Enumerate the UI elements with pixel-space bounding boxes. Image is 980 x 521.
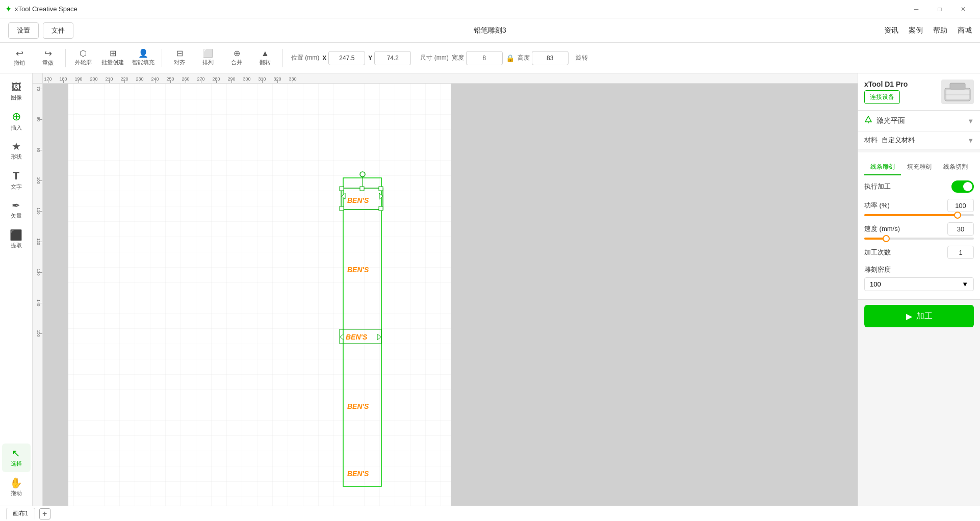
- width-input[interactable]: [466, 51, 503, 65]
- align-button[interactable]: ⊟ 对齐: [166, 45, 193, 71]
- sidebar-item-image[interactable]: 🖼 图像: [2, 77, 31, 106]
- laser-plane-section[interactable]: 激光平面 ▼: [858, 111, 980, 132]
- power-slider-track[interactable]: [864, 214, 974, 216]
- menu-bar: 设置 文件 铅笔雕刻3 资讯 案例 帮助 商城: [0, 18, 980, 43]
- extract-icon: ⬛: [10, 230, 22, 240]
- minimize-button[interactable]: ─: [905, 0, 928, 18]
- sidebar-item-text[interactable]: T 文字: [2, 166, 31, 195]
- smart-fill-button[interactable]: 👤 智能填充: [129, 45, 158, 71]
- position-controls: 位置 (mm) X Y 尺寸 (mm) 宽度 🔒 高度 旋转: [291, 51, 588, 65]
- shapes-icon: ★: [12, 141, 21, 151]
- canvas-content[interactable]: BEN'S BEN'S BEN'S BEN'S BEN'S: [43, 84, 858, 506]
- execute-toggle[interactable]: [951, 180, 974, 193]
- top-nav: 资讯 案例 帮助 商城: [884, 26, 972, 35]
- settings-button[interactable]: 设置: [8, 22, 39, 39]
- merge-button[interactable]: ⊕ 合并: [223, 45, 250, 71]
- nav-help[interactable]: 帮助: [933, 26, 947, 35]
- nav-news[interactable]: 资讯: [884, 26, 898, 35]
- power-row: 功率 (%): [864, 199, 974, 216]
- page-title: 铅笔雕刻3: [474, 26, 506, 35]
- x-axis-label: X: [322, 55, 326, 62]
- speed-slider-track[interactable]: [864, 238, 974, 240]
- handle-tl[interactable]: [340, 187, 344, 191]
- connect-device-button[interactable]: 连接设备: [864, 90, 900, 104]
- position-label: 位置 (mm): [291, 54, 319, 62]
- speed-row: 速度 (mm/s): [864, 222, 974, 240]
- x-input[interactable]: [328, 51, 365, 65]
- handle-tm[interactable]: [360, 187, 364, 191]
- horizontal-ruler: 1701801902002102202302402502602702802903…: [43, 73, 858, 84]
- arrange-button[interactable]: ⬜ 排列: [195, 45, 221, 71]
- nav-cases[interactable]: 案例: [909, 26, 923, 35]
- flip-icon: ▲: [261, 49, 269, 58]
- text-item-1[interactable]: BEN'S: [347, 196, 369, 204]
- text-item-3[interactable]: BEN'S: [346, 333, 368, 341]
- ruler-corner: [33, 73, 43, 84]
- sidebar-item-drag[interactable]: ✋ 拖动: [2, 473, 31, 502]
- laser-plane-label: 激光平面: [876, 116, 963, 125]
- redo-button[interactable]: ↪ 重做: [35, 45, 61, 71]
- process-play-icon: ▶: [906, 311, 912, 321]
- handle-tr[interactable]: [379, 187, 383, 191]
- y-input[interactable]: [374, 51, 411, 65]
- sidebar-item-select[interactable]: ↖ 选择: [2, 444, 31, 472]
- power-input[interactable]: [947, 199, 974, 212]
- outline-button[interactable]: ⬡ 外轮廓: [70, 45, 96, 71]
- speed-slider-thumb[interactable]: [883, 235, 890, 242]
- nav-store[interactable]: 商城: [958, 26, 972, 35]
- vector-label: 矢量: [11, 212, 22, 220]
- undo-button[interactable]: ↩ 撤销: [6, 45, 33, 71]
- width-label: 宽度: [452, 54, 464, 62]
- height-input[interactable]: [532, 51, 569, 65]
- power-slider-thumb[interactable]: [954, 212, 961, 219]
- material-arrow[interactable]: ▼: [967, 137, 974, 144]
- size-label: 尺寸 (mm): [420, 54, 448, 62]
- text-item-2[interactable]: BEN'S: [347, 266, 369, 274]
- flip-button[interactable]: ▲ 翻转: [252, 45, 278, 71]
- process-button[interactable]: ▶ 加工: [864, 305, 974, 327]
- laser-plane-icon: [864, 116, 872, 126]
- close-button[interactable]: ✕: [951, 0, 975, 18]
- toolbar-divider-2: [162, 49, 162, 67]
- batch-create-button[interactable]: ⊞ 批量创建: [98, 45, 127, 71]
- sidebar-item-shapes[interactable]: ★ 形状: [2, 137, 31, 165]
- svg-rect-2: [950, 83, 965, 89]
- add-canvas-button[interactable]: +: [39, 508, 50, 519]
- speed-input[interactable]: [947, 222, 974, 236]
- count-input[interactable]: [947, 246, 974, 259]
- text-item-5[interactable]: BEN'S: [347, 470, 369, 478]
- file-button[interactable]: 文件: [43, 22, 73, 39]
- toolbar-divider-3: [282, 49, 283, 67]
- tab-fill-engrave[interactable]: 填充雕刻: [901, 160, 938, 175]
- right-panel: xTool D1 Pro 连接设备 激光平面 ▼: [858, 73, 980, 506]
- canvas-area[interactable]: 1701801902002102202302402502602702802903…: [33, 73, 858, 506]
- density-arrow: ▼: [962, 280, 968, 288]
- density-dropdown[interactable]: 100 ▼: [864, 277, 974, 291]
- speed-label: 速度 (mm/s): [864, 224, 900, 233]
- tab-line-cut[interactable]: 线条切割: [937, 160, 974, 175]
- maximize-button[interactable]: □: [928, 0, 951, 18]
- drawing-canvas[interactable]: BEN'S BEN'S BEN'S BEN'S BEN'S: [43, 84, 858, 506]
- sidebar-item-vector[interactable]: ✒ 矢量: [2, 196, 31, 224]
- app-logo-icon: ✦: [5, 4, 12, 14]
- handle-br[interactable]: [379, 206, 383, 211]
- canvas-tab[interactable]: 画布1: [6, 508, 35, 519]
- text-icon: T: [13, 170, 19, 181]
- device-section: xTool D1 Pro 连接设备: [858, 73, 980, 111]
- rotate-label: 旋转: [576, 54, 588, 62]
- redo-icon: ↪: [44, 49, 52, 58]
- drag-label: 拖动: [11, 489, 22, 497]
- select-icon: ↖: [12, 448, 20, 458]
- undo-icon: ↩: [16, 49, 23, 58]
- tab-line-engrave[interactable]: 线条雕刻: [864, 160, 901, 175]
- insert-label: 插入: [11, 124, 22, 132]
- handle-bl[interactable]: [340, 206, 344, 211]
- app-name: xTool Creative Space: [15, 5, 78, 13]
- arrange-icon: ⬜: [203, 49, 213, 58]
- svg-rect-1: [946, 90, 969, 99]
- count-label: 加工次数: [864, 248, 891, 257]
- text-item-4[interactable]: BEN'S: [347, 402, 369, 410]
- sidebar-item-extract[interactable]: ⬛ 提取: [2, 225, 31, 254]
- execute-row: 执行加工: [864, 180, 974, 193]
- sidebar-item-insert[interactable]: ⊕ 插入: [2, 107, 31, 136]
